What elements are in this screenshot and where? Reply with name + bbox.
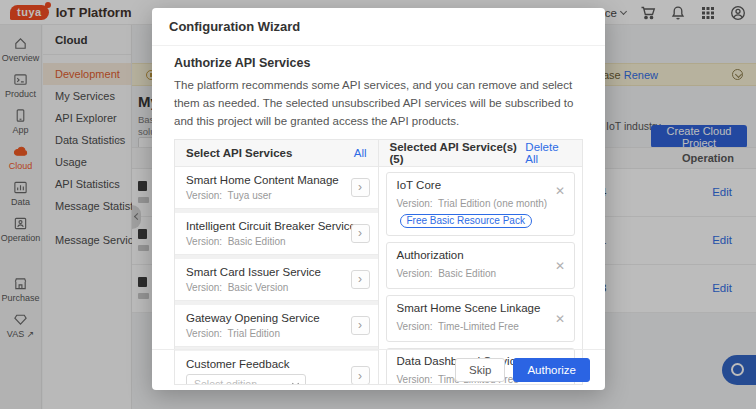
section-description: The platform recommends some API service…: [174, 77, 583, 130]
move-right-button[interactable]: ›: [351, 316, 370, 335]
screen: tuya IoT Platform My Space Overview Prod…: [0, 0, 756, 409]
move-right-button[interactable]: ›: [351, 178, 370, 197]
delete-all-link[interactable]: Delete All: [525, 141, 571, 165]
api-option-smart-card-issuer: Smart Card Issuer Service Version: Basic…: [175, 259, 378, 301]
selected-panel-header: Selected API Service(s) (5) Delete All: [379, 140, 583, 167]
remove-icon[interactable]: ✕: [555, 258, 565, 274]
select-api-panel: Select API Services All Smart Home Conte…: [175, 140, 379, 384]
modal-footer: Skip Authorize: [152, 349, 605, 390]
move-right-button[interactable]: ›: [351, 224, 370, 243]
api-option-gateway-opening: Gateway Opening Service Version: Trial E…: [175, 305, 378, 347]
selected-api-panel: Selected API Service(s) (5) Delete All I…: [379, 140, 583, 384]
selected-authorization: Authorization Version: Basic Edition ✕: [386, 242, 576, 289]
api-option-smart-home-content: Smart Home Content Manage Version: Tuya …: [175, 167, 378, 209]
configuration-wizard-modal: Configuration Wizard Authorize API Servi…: [152, 8, 605, 390]
selected-scene-linkage: Smart Home Scene Linkage Version: Time-L…: [386, 295, 576, 342]
select-all-link[interactable]: All: [354, 147, 367, 159]
modal-body: Authorize API Services The platform reco…: [152, 46, 605, 385]
authorize-button[interactable]: Authorize: [513, 358, 590, 382]
remove-icon[interactable]: ✕: [555, 311, 565, 327]
move-right-button[interactable]: ›: [351, 270, 370, 289]
selected-iot-core: IoT Core Version: Trial Edition (one mon…: [386, 172, 576, 236]
section-title: Authorize API Services: [174, 56, 583, 70]
api-option-circuit-breaker: Intelligent Circuit Breaker Service Vers…: [175, 213, 378, 255]
skip-button[interactable]: Skip: [455, 358, 505, 382]
resource-pack-badge: Free Basic Resource Pack: [400, 214, 532, 228]
modal-header: Configuration Wizard: [152, 8, 605, 46]
select-panel-header: Select API Services All: [175, 140, 378, 167]
remove-icon[interactable]: ✕: [555, 183, 565, 199]
modal-title: Configuration Wizard: [169, 19, 300, 34]
